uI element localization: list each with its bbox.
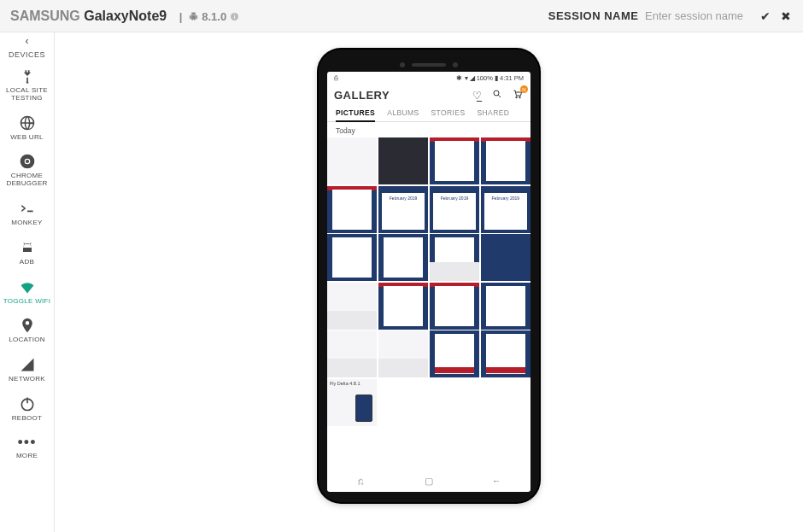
- nav-back[interactable]: ←: [484, 476, 509, 486]
- thumbnail[interactable]: [430, 330, 479, 377]
- gallery-title: GALLERY: [334, 89, 462, 102]
- thumbnail[interactable]: [327, 234, 377, 281]
- thumbnail[interactable]: [327, 283, 377, 330]
- chevron-left-icon: ‹: [9, 36, 45, 46]
- status-left: ⎙: [334, 74, 338, 82]
- tab-albums[interactable]: ALBUMS: [387, 105, 419, 121]
- cart-badge: N: [520, 85, 528, 93]
- terminal-icon: [19, 200, 36, 217]
- svg-rect-1: [234, 15, 235, 18]
- thumbnail[interactable]: Fly Delta 4.8.1: [327, 379, 377, 426]
- svg-point-14: [519, 96, 521, 98]
- thumbnail[interactable]: February 2019: [481, 186, 530, 233]
- thumbnail[interactable]: [378, 330, 428, 377]
- svg-line-12: [498, 95, 501, 97]
- tab-shared[interactable]: SHARED: [478, 105, 510, 121]
- thumbnail[interactable]: [378, 283, 428, 330]
- sidebar-item-more[interactable]: ••• MORE: [0, 429, 55, 465]
- sidebar-back[interactable]: ‹ DEVICES: [9, 36, 45, 60]
- sidebar-item-local[interactable]: LOCAL SITETESTING: [0, 61, 55, 107]
- device-title: SAMSUNG GalaxyNote9 | 8.1.0: [10, 9, 239, 24]
- svg-point-7: [24, 246, 26, 248]
- android-icon: [189, 12, 198, 21]
- sidebar-item-debugger[interactable]: CHROMEDEBUGGER: [0, 147, 55, 192]
- thumbnail[interactable]: [378, 137, 428, 184]
- device-os: | 8.1.0: [176, 10, 240, 23]
- signal-icon: [19, 356, 36, 373]
- power-icon: [19, 395, 36, 412]
- sidebar-item-location[interactable]: LOCATION: [0, 311, 55, 348]
- thumbnail[interactable]: February 2019: [378, 186, 428, 233]
- sidebar-item-weburl[interactable]: WEB URL: [0, 108, 55, 146]
- globe-icon: [19, 114, 36, 132]
- thumbnail[interactable]: [481, 234, 530, 281]
- device-screen[interactable]: ⎙ ✱ ▾ ◢ 100% ▮ 4:31 PM GALLERY ♡̲ N: [327, 72, 530, 492]
- sidebar-item-reboot[interactable]: REBOOT: [0, 389, 55, 427]
- tab-pictures[interactable]: PICTURES: [336, 105, 375, 122]
- svg-point-6: [25, 160, 28, 163]
- gallery-section-date: Today: [327, 122, 530, 137]
- cancel-session-icon[interactable]: ✖: [781, 9, 791, 23]
- nav-recent[interactable]: ⎌: [349, 476, 374, 486]
- svg-point-13: [516, 96, 518, 98]
- sidebar-item-wifi[interactable]: TOGGLE WIFI: [0, 272, 55, 310]
- thumbnail[interactable]: [430, 234, 479, 281]
- top-bar: SAMSUNG GalaxyNote9 | 8.1.0 SESSION NAME…: [0, 0, 803, 32]
- thumbnail[interactable]: February 2019: [430, 186, 479, 233]
- nav-home[interactable]: ▢: [416, 476, 442, 487]
- svg-rect-2: [234, 14, 235, 15]
- sidebar-item-adb[interactable]: ADB: [0, 233, 55, 271]
- thumbnail[interactable]: [481, 137, 530, 184]
- thumbnail[interactable]: [481, 283, 530, 330]
- usb-icon: [19, 67, 36, 85]
- device-brand: SAMSUNG: [10, 9, 80, 23]
- android-status-bar: ⎙ ✱ ▾ ◢ 100% ▮ 4:31 PM: [327, 72, 530, 84]
- chrome-icon: [19, 153, 36, 170]
- gallery-header: GALLERY ♡̲ N: [327, 84, 530, 105]
- sidebar-item-network[interactable]: NETWORK: [0, 350, 55, 388]
- gallery-grid: February 2019 February 2019 February 201…: [327, 137, 530, 470]
- svg-point-8: [28, 246, 30, 248]
- android-nav-bar: ⎌ ▢ ←: [327, 470, 530, 492]
- confirm-session-icon[interactable]: ✔: [760, 9, 771, 23]
- search-icon[interactable]: [491, 89, 503, 102]
- cart-icon[interactable]: N: [512, 89, 524, 102]
- thumbnail[interactable]: [327, 330, 377, 377]
- thumbnail[interactable]: [430, 283, 479, 330]
- status-right: ✱ ▾ ◢ 100% ▮ 4:31 PM: [456, 74, 524, 82]
- android-head-icon: [19, 239, 36, 256]
- more-icon: •••: [18, 435, 37, 450]
- svg-point-3: [26, 81, 28, 84]
- device-model: GalaxyNote9: [84, 9, 167, 23]
- bell-icon[interactable]: ♡̲: [471, 90, 483, 102]
- session-name[interactable]: SESSION NAME Enter session name: [548, 9, 743, 22]
- device-stage: ⎙ ✱ ▾ ◢ 100% ▮ 4:31 PM GALLERY ♡̲ N: [55, 32, 803, 532]
- thumbnail[interactable]: [430, 137, 479, 184]
- device-frame: ⎙ ✱ ▾ ◢ 100% ▮ 4:31 PM GALLERY ♡̲ N: [319, 50, 539, 502]
- thumbnail[interactable]: [481, 330, 530, 377]
- thumbnail[interactable]: [378, 234, 428, 281]
- sidebar-item-monkey[interactable]: MONKEY: [0, 194, 55, 231]
- wifi-icon: [19, 278, 36, 295]
- tab-stories[interactable]: STORIES: [431, 105, 466, 121]
- thumbnail[interactable]: [327, 186, 377, 233]
- thumbnail[interactable]: [327, 137, 377, 184]
- location-icon: [19, 317, 36, 334]
- gallery-tabs: PICTURES ALBUMS STORIES SHARED: [327, 105, 530, 122]
- info-icon[interactable]: [230, 12, 239, 21]
- svg-point-11: [494, 91, 499, 96]
- sidebar: ‹ DEVICES LOCAL SITETESTING WEB URL CHRO…: [0, 32, 55, 532]
